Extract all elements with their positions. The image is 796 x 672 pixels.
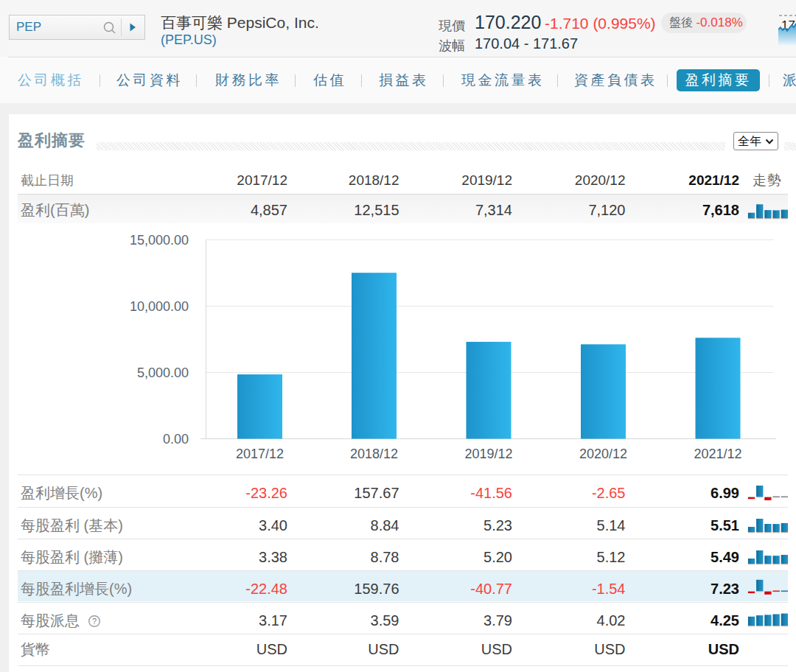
svg-text:2018/12: 2018/12 (350, 447, 398, 461)
svg-text:2020/12: 2020/12 (579, 447, 627, 461)
svg-text:15,000.00: 15,000.00 (130, 233, 189, 248)
svg-text:2017/12: 2017/12 (236, 447, 284, 461)
svg-text:2019/12: 2019/12 (464, 447, 512, 461)
svg-text:?: ? (92, 617, 97, 626)
svg-text:0.00: 0.00 (163, 432, 189, 447)
svg-text:10,000.00: 10,000.00 (130, 299, 189, 314)
svg-text:5,000.00: 5,000.00 (137, 365, 189, 380)
svg-text:2021/12: 2021/12 (694, 447, 741, 461)
